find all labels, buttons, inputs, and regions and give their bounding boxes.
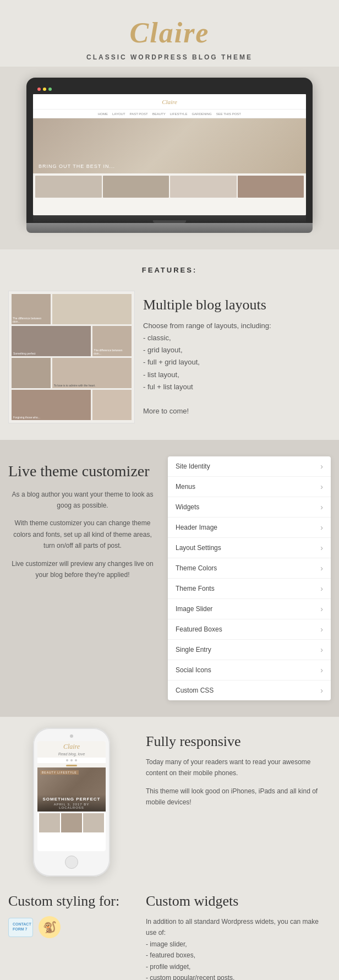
laptop-screen-inner: Claire HOME LAYOUT PAST POST BEAUTY LIFE… [33, 94, 306, 215]
features-section: FEATURES: [0, 249, 339, 291]
panel-item-social-icons[interactable]: Social Icons › [168, 660, 331, 680]
nav-item: LIFESTYLE [170, 112, 188, 116]
phone-screen: Claire Read blog, love BEAUTY LIFESTYLE [37, 741, 106, 851]
nav-item: HOME [98, 112, 108, 116]
panel-label: Layout Settings [176, 544, 221, 552]
screen-thumbnails [33, 173, 306, 200]
panel-item-single-entry[interactable]: Single Entry › [168, 640, 331, 660]
laptop-outer: Claire HOME LAYOUT PAST POST BEAUTY LIFE… [26, 78, 313, 223]
panel-label: Single Entry [176, 646, 211, 654]
screen-nav: HOME LAYOUT PAST POST BEAUTY LIFESTYLE G… [33, 110, 306, 118]
nav-item: BEAUTY [152, 112, 166, 116]
panel-label: Social Icons [176, 666, 211, 674]
panel-arrow: › [320, 503, 323, 511]
screen-hero: BRING OUT THE BEST IN... [33, 118, 306, 173]
laptop-section: Claire HOME LAYOUT PAST POST BEAUTY LIFE… [0, 67, 339, 249]
panel-item-featured-boxes[interactable]: Featured Boxes › [168, 619, 331, 640]
panel-label: Header Image [176, 524, 217, 531]
phone-thumb-3 [83, 813, 104, 832]
panel-label: Menus [176, 483, 195, 491]
features-label: FEATURES: [11, 266, 328, 274]
widgets-text: In addition to all standard Wordpress wi… [146, 916, 331, 980]
custom-styling-title: Custom styling for: [8, 893, 135, 910]
phone-nav-dot [75, 759, 77, 761]
panel-arrow: › [320, 584, 323, 593]
panel-arrow: › [320, 625, 323, 634]
panel-item-site-identity[interactable]: Site Identity › [168, 456, 331, 477]
blog-preview: The difference between doin... Something… [8, 291, 135, 423]
plugin-icons: CONTACT FORM 7 🐒 [8, 916, 135, 938]
mailchimp-icon: 🐒 [39, 916, 61, 938]
phone-outer: Claire Read blog, love BEAUTY LIFESTYLE [33, 728, 110, 876]
laptop-stand [26, 223, 313, 233]
screen-dots [33, 84, 306, 94]
laptop-wrapper: Claire HOME LAYOUT PAST POST BEAUTY LIFE… [26, 78, 313, 233]
screen-header-title: Claire [33, 94, 306, 110]
customizer-title: Live theme customizer [8, 462, 157, 481]
panel-arrow: › [320, 482, 323, 491]
custom-styling-section: Custom styling for: CONTACT FORM 7 🐒 [8, 893, 135, 938]
panel-arrow: › [320, 666, 323, 674]
responsive-desc2: This theme will look good on iPhones, iP… [146, 786, 331, 808]
phone-thumb-1 [39, 813, 60, 832]
responsive-title: Fully responsive [146, 733, 331, 750]
screen-thumb-1 [35, 176, 102, 198]
phone-nav-dot [66, 759, 68, 761]
svg-text:FORM 7: FORM 7 [13, 927, 28, 931]
nav-item: PAST POST [130, 112, 148, 116]
responsive-content: Fully responsive Today many of your read… [146, 728, 331, 815]
phone-screen-nav [37, 758, 106, 763]
panel-item-custom-css[interactable]: Custom CSS › [168, 680, 331, 700]
panel-item-theme-fonts[interactable]: Theme Fonts › [168, 579, 331, 599]
widgets-inner: Custom styling for: CONTACT FORM 7 🐒 Cus… [8, 893, 331, 980]
svg-text:CONTACT: CONTACT [13, 922, 31, 926]
main-title: Claire [11, 17, 328, 49]
screen-dot-red [37, 88, 41, 91]
phone-hero-image: BEAUTY LIFESTYLE SOMETHING PERFECT APRIL… [37, 767, 106, 812]
panel-label: Image Slider [176, 605, 212, 613]
panel-label: Custom CSS [176, 687, 214, 694]
panel-item-layout-settings[interactable]: Layout Settings › [168, 538, 331, 558]
subtitle: Classic WordPress Blog Theme [11, 53, 328, 61]
panel-label: Widgets [176, 503, 199, 511]
screen-hero-text: BRING OUT THE BEST IN... [33, 164, 115, 173]
phone-screen-title: Claire Read blog, love [37, 741, 106, 758]
contact-form-7-icon: CONTACT FORM 7 [8, 918, 33, 937]
nav-item: GARDENING [192, 112, 211, 116]
laptop-screen: Claire HOME LAYOUT PAST POST BEAUTY LIFE… [33, 94, 306, 215]
panel-item-menus[interactable]: Menus › [168, 477, 331, 497]
customizer-desc1: As a blog author you want your theme to … [8, 489, 157, 511]
screen-dot-green [48, 88, 52, 91]
phone-nav-dot [70, 759, 73, 761]
blog-layouts-row: The difference between doin... Something… [0, 291, 339, 440]
nav-item: SEE THIS POST [216, 112, 241, 116]
cf7-logo-svg: CONTACT FORM 7 [10, 919, 32, 935]
customizer-desc2: With theme customizer you can change the… [8, 518, 157, 551]
panel-arrow: › [320, 605, 323, 613]
panel-arrow: › [320, 543, 323, 552]
laptop-base [33, 215, 306, 223]
panel-label: Theme Colors [176, 564, 217, 572]
phone-hero-overlay: SOMETHING PERFECT APRIL 3, 2017 BY LOCAL… [37, 794, 106, 812]
panel-arrow: › [320, 686, 323, 695]
responsive-section: Claire Read blog, love BEAUTY LIFESTYLE [0, 717, 339, 893]
blog-layouts-content: Multiple blog layouts Choose from range … [143, 291, 331, 417]
customizer-section: Live theme customizer As a blog author y… [0, 440, 339, 717]
phone-camera [70, 734, 73, 738]
customizer-text: Live theme customizer As a blog author y… [8, 456, 157, 587]
widgets-title: Custom widgets [146, 893, 331, 910]
panel-arrow: › [320, 523, 323, 532]
panel-label: Site Identity [176, 462, 210, 470]
phone-thumbnails [37, 812, 106, 834]
panel-item-widgets[interactable]: Widgets › [168, 497, 331, 518]
panel-item-image-slider[interactable]: Image Slider › [168, 599, 331, 619]
panel-label: Theme Fonts [176, 585, 215, 592]
widgets-section: Custom styling for: CONTACT FORM 7 🐒 Cus… [0, 893, 339, 980]
phone-home-button[interactable] [65, 856, 78, 869]
panel-arrow: › [320, 645, 323, 654]
panel-item-header-image[interactable]: Header Image › [168, 518, 331, 538]
panel-arrow: › [320, 564, 323, 573]
phone-thumb-2 [61, 813, 82, 832]
panel-item-theme-colors[interactable]: Theme Colors › [168, 558, 331, 579]
customizer-panel: Site Identity › Menus › Widgets › Header… [168, 456, 331, 700]
